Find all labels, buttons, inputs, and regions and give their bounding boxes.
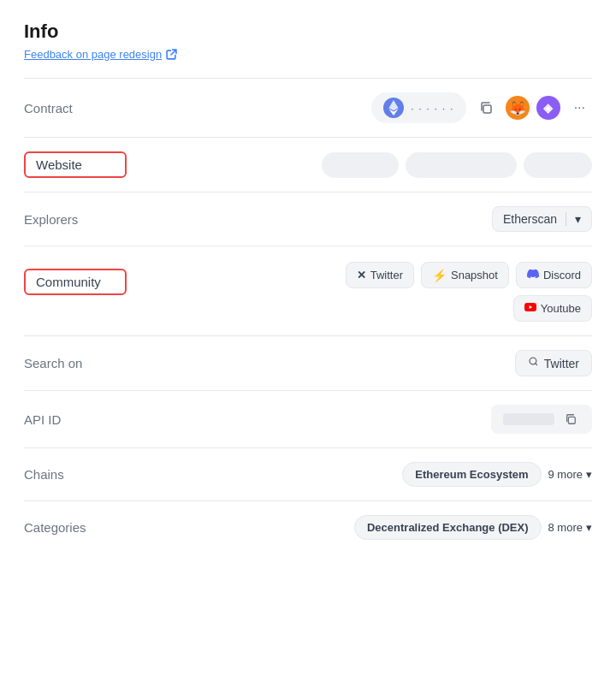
youtube-icon [524, 301, 536, 316]
snapshot-tag[interactable]: ⚡ Snapshot [421, 262, 509, 288]
chains-content: Ethereum Ecosystem 9 more ▾ [127, 462, 592, 487]
eth-icon [383, 98, 404, 118]
snapshot-icon: ⚡ [432, 269, 447, 282]
chains-chevron-icon: ▾ [586, 468, 592, 481]
twitter-icon: ✕ [357, 269, 366, 281]
community-label: Community [24, 269, 127, 295]
ethereum-ecosystem-label: Ethereum Ecosystem [415, 468, 528, 481]
search-on-content: Twitter [127, 350, 592, 376]
api-id-value [503, 413, 554, 425]
metamask-button[interactable]: 🦊 [506, 96, 530, 120]
website-placeholder-1 [322, 152, 399, 178]
api-id-copy-button[interactable] [561, 410, 580, 429]
external-link-icon [166, 49, 177, 60]
rabby-button[interactable]: ◈ [536, 96, 560, 120]
contract-row: Contract · · · · · · 🦊 ◈ ··· [24, 78, 592, 137]
website-content [127, 152, 592, 178]
api-id-label: API ID [24, 412, 127, 427]
search-icon [528, 356, 540, 370]
discord-label: Discord [543, 269, 581, 281]
dex-label: Decentralized Exchange (DEX) [367, 521, 529, 534]
website-placeholder-2 [406, 152, 517, 178]
discord-tag[interactable]: Discord [516, 262, 592, 288]
chevron-down-icon: ▾ [575, 212, 581, 226]
feedback-link[interactable]: Feedback on page redesign [24, 48, 592, 61]
categories-content: Decentralized Exchange (DEX) 8 more ▾ [127, 515, 592, 540]
page-title: Info [24, 21, 592, 43]
explorers-label: Explorers [24, 212, 127, 227]
youtube-tag[interactable]: Youtube [513, 295, 592, 322]
explorers-content: Etherscan ▾ [127, 206, 592, 232]
categories-more-button[interactable]: 8 more ▾ [548, 521, 592, 534]
search-twitter-tag[interactable]: Twitter [515, 350, 592, 376]
search-on-row: Search on Twitter [24, 335, 592, 390]
ethereum-ecosystem-tag[interactable]: Ethereum Ecosystem [402, 462, 541, 487]
website-placeholder-3 [524, 152, 592, 178]
community-row-bottom: Youtube [513, 295, 592, 322]
more-button[interactable]: ··· [567, 97, 592, 119]
copy-button[interactable] [473, 95, 499, 121]
discord-icon [527, 268, 539, 282]
community-tags-grid: ✕ Twitter ⚡ Snapshot Discord [346, 262, 592, 322]
categories-row: Categories Decentralized Exchange (DEX) … [24, 500, 592, 554]
etherscan-label: Etherscan [503, 212, 557, 226]
community-row: Community ✕ Twitter ⚡ Snapshot [24, 246, 592, 335]
twitter-label: Twitter [370, 269, 403, 281]
chains-more-label: 9 more [548, 468, 583, 481]
chains-row: Chains Ethereum Ecosystem 9 more ▾ [24, 447, 592, 500]
svg-rect-0 [483, 105, 491, 113]
api-id-row: API ID [24, 390, 592, 447]
community-row-top: ✕ Twitter ⚡ Snapshot Discord [346, 262, 592, 288]
etherscan-dropdown[interactable]: Etherscan ▾ [492, 206, 592, 232]
categories-more-label: 8 more [548, 521, 583, 534]
svg-rect-2 [568, 417, 575, 423]
dex-tag[interactable]: Decentralized Exchange (DEX) [354, 515, 542, 540]
api-id-content [127, 405, 592, 434]
website-row: Website [24, 137, 592, 192]
contract-pill: · · · · · · [371, 92, 466, 123]
explorers-row: Explorers Etherscan ▾ [24, 192, 592, 246]
youtube-label: Youtube [541, 302, 581, 315]
search-twitter-label: Twitter [544, 357, 579, 370]
divider [566, 212, 566, 226]
search-on-label: Search on [24, 356, 127, 370]
contract-label: Contract [24, 101, 127, 115]
website-label: Website [24, 151, 127, 178]
chains-more-button[interactable]: 9 more ▾ [548, 468, 592, 481]
contract-content: · · · · · · 🦊 ◈ ··· [127, 92, 592, 123]
api-id-box [491, 405, 592, 434]
twitter-tag[interactable]: ✕ Twitter [346, 262, 414, 288]
chains-label: Chains [24, 467, 127, 482]
categories-chevron-icon: ▾ [586, 521, 592, 534]
contract-address: · · · · · · [411, 102, 454, 115]
snapshot-label: Snapshot [451, 269, 498, 281]
community-content: ✕ Twitter ⚡ Snapshot Discord [127, 262, 592, 322]
categories-label: Categories [24, 520, 127, 535]
